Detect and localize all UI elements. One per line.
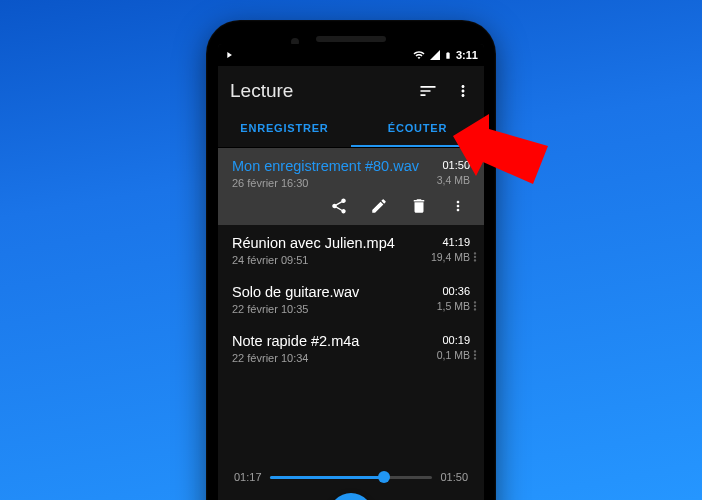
pause-button[interactable]: [329, 493, 373, 500]
edit-icon[interactable]: [370, 197, 388, 215]
recording-size: 3,4 MB: [437, 174, 470, 186]
more-icon[interactable]: [468, 249, 482, 265]
tabs: ENREGISTRER ÉCOUTER: [218, 108, 484, 148]
list-item[interactable]: Réunion avec Julien.mp4 24 février 09:51…: [218, 225, 484, 274]
delete-icon[interactable]: [410, 197, 428, 215]
recording-title: Mon enregistrement #80.wav: [232, 158, 470, 174]
screen: 3:11 Lecture ENREGISTRER ÉCOUTER Mon enr…: [218, 44, 484, 500]
share-icon[interactable]: [330, 197, 348, 215]
recording-duration: 01:50: [437, 159, 470, 171]
recording-size: 1,5 MB: [437, 300, 470, 312]
recording-subtitle: 22 février 10:35: [232, 303, 470, 315]
app-bar: Lecture: [218, 66, 484, 108]
recording-duration: 41:19: [431, 236, 470, 248]
more-icon[interactable]: [450, 197, 466, 215]
item-actions: [232, 189, 470, 217]
wifi-icon: [412, 49, 426, 61]
status-bar: 3:11: [218, 44, 484, 66]
signal-icon: [429, 49, 441, 61]
recordings-list: Mon enregistrement #80.wav 26 février 16…: [218, 148, 484, 465]
recording-subtitle: 22 février 10:34: [232, 352, 470, 364]
overflow-menu-icon[interactable]: [454, 81, 472, 101]
recording-size: 19,4 MB: [431, 251, 470, 263]
play-indicator-icon: [224, 50, 234, 60]
recording-title: Note rapide #2.m4a: [232, 333, 470, 349]
list-item[interactable]: Mon enregistrement #80.wav 26 février 16…: [218, 148, 484, 225]
page-title: Lecture: [230, 80, 402, 102]
recording-title: Solo de guitare.wav: [232, 284, 470, 300]
player: 01:17 01:50: [218, 465, 484, 500]
total-time: 01:50: [440, 471, 468, 483]
recording-duration: 00:19: [437, 334, 470, 346]
list-item[interactable]: Note rapide #2.m4a 22 février 10:34 00:1…: [218, 323, 484, 372]
status-time: 3:11: [456, 49, 478, 61]
recording-size: 0,1 MB: [437, 349, 470, 361]
tab-record[interactable]: ENREGISTRER: [218, 108, 351, 147]
more-icon[interactable]: [468, 298, 482, 314]
sort-icon[interactable]: [418, 81, 438, 101]
list-item[interactable]: Solo de guitare.wav 22 février 10:35 00:…: [218, 274, 484, 323]
recording-duration: 00:36: [437, 285, 470, 297]
more-icon[interactable]: [468, 347, 482, 363]
phone-frame: 3:11 Lecture ENREGISTRER ÉCOUTER Mon enr…: [206, 20, 496, 500]
recording-subtitle: 26 février 16:30: [232, 177, 470, 189]
elapsed-time: 01:17: [234, 471, 262, 483]
tab-listen[interactable]: ÉCOUTER: [351, 108, 484, 147]
seek-bar[interactable]: [270, 476, 433, 479]
battery-icon: [444, 49, 452, 62]
